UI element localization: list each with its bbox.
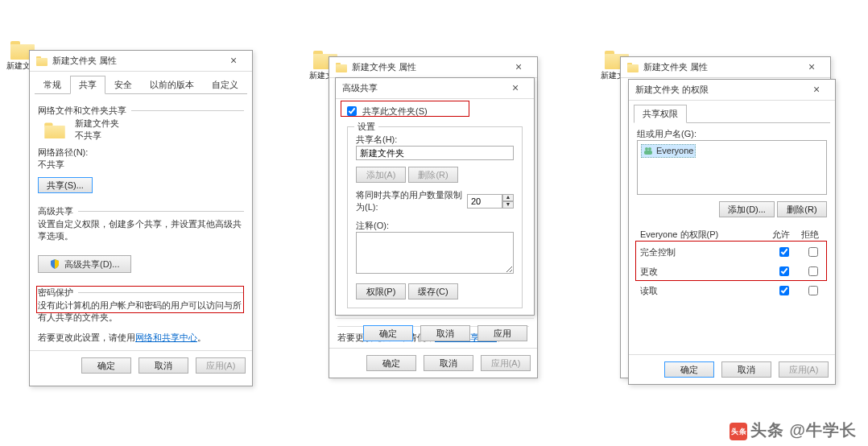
permissions-dialog: 新建文件夹 的权限 × 共享权限 组或用户名(G): Everyone 添加(D… — [628, 79, 836, 385]
apply-button[interactable]: 应用(A) — [196, 357, 246, 374]
folder-name: 新建文件夹 — [75, 118, 119, 130]
perm-header: Everyone 的权限(P) — [637, 227, 769, 242]
share-checkbox[interactable] — [347, 106, 357, 116]
tab-general[interactable]: 常规 — [35, 76, 70, 94]
apply-button[interactable]: 应用(A) — [481, 355, 531, 371]
tab-previous[interactable]: 以前的版本 — [141, 76, 203, 94]
ok-button[interactable]: 确定 — [363, 325, 413, 341]
limit-input[interactable] — [467, 194, 502, 209]
comment-label: 注释(O): — [356, 220, 514, 232]
folder-icon — [44, 121, 65, 138]
tab-share-perms[interactable]: 共享权限 — [634, 105, 687, 123]
advanced-share-dialog: 高级共享 × 共享此文件夹(S) 设置 共享名(H): 添加(A) 删除(R) … — [335, 77, 535, 316]
svg-point-0 — [645, 147, 648, 151]
comment-input[interactable] — [356, 232, 514, 274]
allow-full-checkbox[interactable] — [779, 247, 789, 257]
spin-down-icon[interactable]: ▼ — [502, 201, 514, 209]
properties-dialog: 新建文件夹 属性 × 常规 共享 安全 以前的版本 自定义 网络文件和文件夹共享… — [29, 50, 253, 386]
apply-button[interactable]: 应用(A) — [779, 361, 829, 378]
cancel-button[interactable]: 取消 — [721, 361, 771, 378]
settings-legend: 设置 — [354, 121, 378, 133]
folder-icon — [336, 63, 347, 72]
users-icon — [643, 147, 653, 156]
svg-point-1 — [648, 147, 651, 151]
pw-text: 没有此计算机的用户帐户和密码的用户可以访问与所有人共享的文件夹。 — [38, 299, 244, 324]
close-icon[interactable]: × — [505, 60, 532, 76]
toutiao-logo-icon — [730, 423, 747, 440]
permissions-button[interactable]: 权限(P) — [356, 283, 406, 299]
dialog-title: 新建文件夹 属性 — [352, 61, 416, 73]
dialog-title: 新建文件夹 属性 — [52, 55, 117, 67]
close-icon[interactable]: × — [803, 82, 830, 98]
close-icon[interactable]: × — [798, 60, 825, 76]
group-user-label: 组或用户名(G): — [637, 128, 827, 140]
remove-button[interactable]: 删除(R) — [777, 201, 827, 217]
adv-desc: 设置自定义权限，创建多个共享，并设置其他高级共享选项。 — [38, 218, 244, 242]
tab-security[interactable]: 安全 — [105, 76, 141, 94]
cancel-button[interactable]: 取消 — [424, 355, 473, 371]
allow-change-checkbox[interactable] — [779, 266, 789, 276]
folder-icon — [627, 63, 639, 72]
share-button[interactable]: 共享(S)... — [38, 177, 93, 193]
network-center-link[interactable]: 网络和共享中心 — [135, 332, 197, 342]
limit-spinner[interactable]: ▲▼ — [467, 194, 514, 209]
pw-link-line: 若要更改此设置，请使用网络和共享中心。 — [38, 332, 244, 344]
folder-icon — [36, 56, 48, 66]
cache-button[interactable]: 缓存(C) — [408, 283, 458, 299]
col-allow: 允许 — [769, 227, 798, 242]
close-icon[interactable]: × — [502, 81, 529, 97]
cancel-button[interactable]: 取消 — [420, 325, 470, 341]
ok-button[interactable]: 确定 — [366, 355, 416, 371]
netpath-value: 不共享 — [38, 159, 244, 171]
limit-label: 将同时共享的用户数量限制为(L): — [356, 189, 467, 213]
svg-rect-2 — [644, 151, 652, 155]
table-row: 读取 — [637, 281, 827, 300]
allow-read-checkbox[interactable] — [779, 286, 789, 295]
deny-read-checkbox[interactable] — [808, 286, 818, 295]
share-this-folder[interactable]: 共享此文件夹(S) — [344, 104, 526, 118]
table-row: 完全控制 — [637, 242, 827, 262]
permission-table: Everyone 的权限(P) 允许 拒绝 完全控制 更改 读取 — [637, 227, 827, 300]
spin-up-icon[interactable]: ▲ — [502, 194, 514, 201]
netshare-heading: 网络文件和文件夹共享 — [38, 105, 131, 117]
cancel-button[interactable]: 取消 — [138, 357, 188, 374]
deny-change-checkbox[interactable] — [808, 266, 818, 276]
ok-button[interactable]: 确定 — [664, 361, 714, 378]
deny-full-checkbox[interactable] — [808, 247, 818, 257]
advanced-share-label: 高级共享(D)... — [64, 258, 119, 270]
add-button[interactable]: 添加(A) — [356, 167, 406, 183]
sharename-input[interactable] — [356, 146, 514, 160]
dialog-title: 新建文件夹 的权限 — [635, 84, 709, 96]
netpath-label: 网络路径(N): — [38, 147, 244, 159]
dialog-title: 高级共享 — [342, 82, 378, 94]
pw-heading: 密码保护 — [38, 287, 78, 299]
remove-button[interactable]: 删除(R) — [408, 167, 458, 183]
sharename-label: 共享名(H): — [356, 134, 514, 146]
not-shared-text: 不共享 — [75, 130, 119, 142]
shield-icon — [50, 259, 60, 269]
list-item[interactable]: Everyone — [641, 144, 696, 158]
advanced-share-button[interactable]: 高级共享(D)... — [38, 255, 131, 273]
tab-sharing[interactable]: 共享 — [70, 76, 105, 94]
apply-button[interactable]: 应用 — [477, 325, 527, 341]
add-button[interactable]: 添加(D)... — [719, 201, 774, 217]
close-icon[interactable]: × — [220, 53, 247, 69]
ok-button[interactable]: 确定 — [81, 357, 131, 374]
tab-custom[interactable]: 自定义 — [203, 76, 247, 94]
table-row: 更改 — [637, 262, 827, 281]
col-deny: 拒绝 — [798, 227, 827, 242]
watermark: 头条 @牛学长 — [730, 419, 857, 441]
user-list[interactable]: Everyone — [637, 140, 827, 195]
adv-heading: 高级共享 — [38, 205, 78, 217]
dialog-title: 新建文件夹 属性 — [643, 61, 708, 73]
